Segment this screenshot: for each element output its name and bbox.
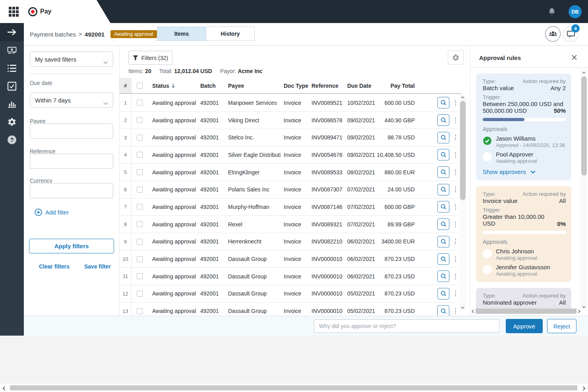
reference-input[interactable]: [30, 154, 113, 169]
notifications-bell-icon[interactable]: [547, 7, 556, 18]
row-menu-button[interactable]: [455, 274, 456, 279]
column-pay-total[interactable]: Pay Total: [376, 83, 415, 89]
view-item-button[interactable]: [437, 253, 449, 265]
view-item-button[interactable]: [437, 236, 449, 247]
row-pay-total: 870.23 USD: [376, 256, 415, 262]
page-header: Payment batches > 492001 Awaiting approv…: [24, 23, 588, 46]
row-menu-button[interactable]: [455, 187, 456, 192]
payee-input[interactable]: [30, 124, 113, 139]
currency-input[interactable]: [30, 183, 113, 198]
page-hscrollbar[interactable]: [0, 384, 588, 392]
sidebar-item-settings[interactable]: [0, 113, 24, 131]
row-menu-button[interactable]: [455, 135, 456, 140]
tab-history[interactable]: History: [206, 27, 254, 41]
row-pay-total: 870.23 USD: [376, 290, 415, 297]
row-checkbox[interactable]: [137, 221, 143, 227]
row-menu-button[interactable]: [455, 256, 456, 262]
row-checkbox[interactable]: [137, 152, 143, 158]
row-checkbox[interactable]: [137, 273, 143, 279]
row-menu-button[interactable]: [455, 100, 456, 106]
row-number: 7: [120, 199, 132, 216]
sidebar-item-help[interactable]: ?: [0, 131, 24, 149]
table-settings-button[interactable]: [448, 50, 464, 65]
view-item-button[interactable]: [437, 97, 449, 108]
row-menu-button[interactable]: [455, 118, 456, 123]
row-menu-button[interactable]: [455, 170, 456, 175]
row-menu-button[interactable]: [455, 239, 456, 244]
show-approvers-link[interactable]: Show approvers: [483, 168, 566, 175]
row-menu-button[interactable]: [455, 152, 456, 158]
panel-hscrollbar[interactable]: [471, 308, 581, 314]
column-due-date[interactable]: Due Date: [344, 83, 376, 89]
row-reference: INV0089521: [308, 100, 344, 106]
view-item-button[interactable]: [437, 184, 449, 195]
row-checkbox[interactable]: [137, 291, 143, 297]
clear-filters-link[interactable]: Clear filters: [39, 263, 70, 270]
comment-input[interactable]: Why did you approve or reject?: [314, 319, 499, 333]
comments-button[interactable]: 4: [563, 26, 578, 42]
sidebar-item-list[interactable]: [0, 59, 24, 77]
row-checkbox[interactable]: [137, 169, 143, 175]
row-checkbox[interactable]: [137, 204, 143, 210]
row-doc-type: Invoice: [280, 238, 308, 245]
list-icon: [7, 64, 17, 73]
row-checkbox[interactable]: [137, 100, 143, 106]
column-batch[interactable]: Batch: [197, 83, 225, 89]
row-status: Awaiting approval: [147, 186, 197, 193]
row-menu-button[interactable]: [455, 291, 456, 296]
row-menu-button[interactable]: [455, 204, 456, 210]
table-row: 12 Awaiting approval 492001 Dassault Gro…: [120, 285, 461, 303]
view-item-button[interactable]: [437, 149, 449, 160]
sidebar-item-payments[interactable]: [0, 41, 24, 59]
sidebar-item-reports[interactable]: [0, 95, 24, 113]
avatar[interactable]: DB: [569, 5, 582, 18]
row-menu-button[interactable]: [455, 308, 456, 314]
row-checkbox[interactable]: [137, 256, 143, 262]
row-reference: INV0089321: [308, 221, 344, 228]
column-reference[interactable]: Reference: [308, 83, 344, 89]
table-row: 13 Awaiting approval 492001 Dassault Gro…: [120, 303, 461, 316]
row-checkbox[interactable]: [137, 117, 143, 123]
row-number: 5: [120, 164, 132, 181]
chevron-down-icon: [103, 58, 108, 65]
view-item-button[interactable]: [437, 132, 449, 143]
column-doc-type[interactable]: Doc Type: [280, 83, 308, 89]
breadcrumb-batch-id: 492001: [85, 31, 104, 38]
tab-items[interactable]: Items: [157, 27, 206, 41]
row-menu-button[interactable]: [455, 222, 456, 227]
reject-button[interactable]: Reject: [547, 319, 576, 333]
sidebar-item-collapse[interactable]: [0, 23, 24, 41]
row-status: Awaiting approval: [147, 221, 197, 228]
row-checkbox[interactable]: [137, 187, 143, 193]
sidebar-item-approvals[interactable]: [0, 77, 24, 95]
saved-filters-select[interactable]: My saved filters: [30, 52, 113, 67]
panel-scrollbar[interactable]: [580, 70, 587, 310]
add-filter-link[interactable]: Add filter: [35, 209, 69, 216]
row-checkbox[interactable]: [137, 135, 143, 141]
view-item-button[interactable]: [437, 270, 449, 282]
due-date-select[interactable]: Within 7 days: [30, 93, 113, 108]
gear-icon: [452, 54, 460, 62]
column-payee[interactable]: Payee: [225, 83, 280, 89]
view-item-button[interactable]: [437, 218, 449, 230]
row-checkbox[interactable]: [137, 239, 143, 245]
table-scrollbar[interactable]: [459, 94, 466, 311]
apply-filters-button[interactable]: Apply filters: [29, 239, 114, 253]
view-item-button[interactable]: [437, 288, 449, 299]
column-status[interactable]: Status: [147, 83, 197, 89]
breadcrumb-root[interactable]: Payment batches: [30, 31, 76, 38]
chevron-down-icon: [530, 170, 536, 174]
select-all-checkbox[interactable]: [137, 83, 143, 89]
view-item-button[interactable]: [437, 114, 449, 126]
app-launcher-icon[interactable]: [9, 7, 19, 17]
view-item-button[interactable]: [437, 305, 449, 316]
close-icon[interactable]: [572, 54, 577, 62]
save-filter-link[interactable]: Save filter: [84, 263, 111, 270]
view-item-button[interactable]: [437, 166, 449, 178]
row-checkbox[interactable]: [137, 308, 143, 314]
view-item-button[interactable]: [437, 201, 449, 212]
approve-button[interactable]: Approve: [506, 319, 543, 333]
row-batch: 492001: [197, 100, 225, 106]
approvers-button[interactable]: [545, 26, 561, 42]
filters-button[interactable]: Filters (32): [128, 51, 172, 65]
